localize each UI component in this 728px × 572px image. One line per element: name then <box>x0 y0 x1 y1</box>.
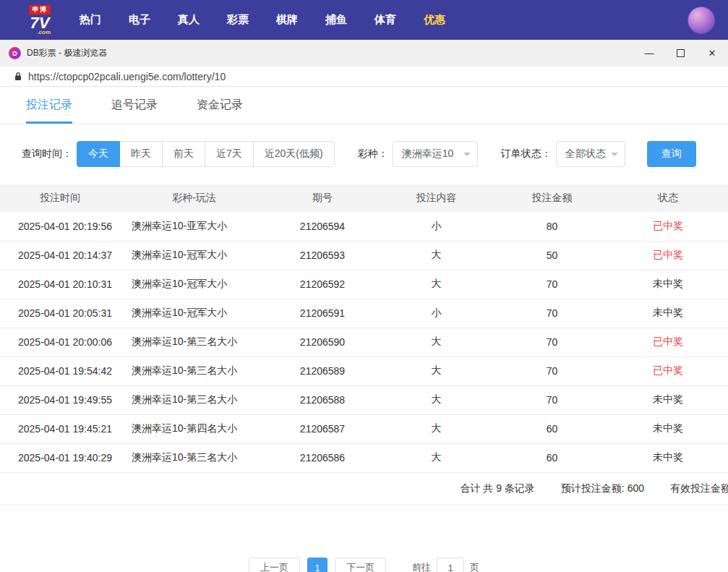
table-row: 2025-04-01 19:49:55澳洲幸运10-第三名大小21206588大… <box>0 385 728 414</box>
nav-item[interactable]: 优惠 <box>424 13 445 27</box>
minimize-button[interactable]: — <box>643 48 655 58</box>
column-header: 彩种-玩法 <box>120 184 268 212</box>
nav-item[interactable]: 热门 <box>80 13 101 27</box>
cell-issue: 21206594 <box>268 212 377 241</box>
cell-time: 2025-04-01 20:19:56 <box>0 212 120 241</box>
cell-status: 未中奖 <box>608 443 728 472</box>
site-logo[interactable]: 申博 7V .com <box>29 5 51 35</box>
cell-issue: 21206590 <box>268 328 377 357</box>
column-header: 投注内容 <box>377 184 496 212</box>
table-row: 2025-04-01 20:05:31澳洲幸运10-冠军大小21206591小7… <box>0 299 728 328</box>
cell-content: 大 <box>377 241 496 270</box>
cell-amount: 70 <box>496 270 608 299</box>
tab-fund-records[interactable]: 资金记录 <box>197 87 243 124</box>
status-select[interactable]: 全部状态 <box>556 141 625 167</box>
cell-status: 未中奖 <box>608 299 728 328</box>
cell-time: 2025-04-01 19:40:29 <box>0 443 120 472</box>
time-filter-option[interactable]: 近7天 <box>205 141 254 167</box>
cell-status: 已中奖 <box>608 241 728 270</box>
cell-issue: 21206593 <box>268 241 377 270</box>
bet-table-header-row: 投注时间彩种-玩法期号投注内容投注金额状态 <box>0 184 728 212</box>
lottery-select[interactable]: 澳洲幸运10 <box>393 141 478 167</box>
site-top-nav: 申博 7V .com 热门电子真人彩票棋牌捕鱼体育优惠 <box>0 0 728 40</box>
cell-game: 澳洲幸运10-亚军大小 <box>120 212 268 241</box>
search-button[interactable]: 查询 <box>647 141 696 167</box>
column-header: 状态 <box>608 184 728 212</box>
logo-badge: 申博 <box>29 5 51 14</box>
lock-icon <box>14 72 22 81</box>
cell-game: 澳洲幸运10-第四名大小 <box>120 414 268 443</box>
nav-item[interactable]: 棋牌 <box>276 13 298 27</box>
user-avatar[interactable] <box>688 7 715 34</box>
table-row: 2025-04-01 20:10:31澳洲幸运10-冠军大小21206592大7… <box>0 270 728 299</box>
cell-amount: 60 <box>496 443 608 472</box>
cell-amount: 70 <box>496 299 608 328</box>
url-field[interactable]: https://ctopcp02pcali.uengi5e.com/lotter… <box>28 71 226 82</box>
time-filter-option[interactable]: 昨天 <box>119 141 163 167</box>
column-header: 投注时间 <box>0 184 120 212</box>
bet-table: 投注时间彩种-玩法期号投注内容投注金额状态 2025-04-01 20:19:5… <box>0 184 728 473</box>
status-select-value: 全部状态 <box>565 148 606 161</box>
prev-page-button[interactable]: 上一页 <box>249 558 300 572</box>
bet-table-body: 2025-04-01 20:19:56澳洲幸运10-亚军大小21206594小8… <box>0 212 728 472</box>
cell-content: 小 <box>377 212 496 241</box>
nav-item[interactable]: 体育 <box>374 13 396 27</box>
nav-item[interactable]: 彩票 <box>227 13 249 27</box>
cell-status: 已中奖 <box>608 357 728 385</box>
cell-time: 2025-04-01 20:10:31 <box>0 270 120 299</box>
cell-status: 已中奖 <box>608 328 728 357</box>
cell-content: 大 <box>377 357 496 385</box>
browser-favicon-icon: D <box>9 47 21 59</box>
goto-page-input[interactable] <box>437 558 464 572</box>
page-number-current[interactable]: 1 <box>307 558 327 572</box>
next-page-button[interactable]: 下一页 <box>335 558 386 572</box>
chevron-down-icon <box>611 153 618 156</box>
nav-item[interactable]: 电子 <box>129 13 150 27</box>
cell-amount: 50 <box>496 241 608 270</box>
column-header: 期号 <box>268 184 377 212</box>
table-row: 2025-04-01 19:40:29澳洲幸运10-第三名大小21206586大… <box>0 443 728 472</box>
summary-expected-amount: 预计投注金额: 600 <box>561 482 644 495</box>
time-filter-option[interactable]: 近20天(低频) <box>253 141 335 167</box>
nav-item[interactable]: 真人 <box>178 13 200 27</box>
time-filter-label: 查询时间： <box>22 148 72 161</box>
cell-game: 澳洲幸运10-冠军大小 <box>120 270 268 299</box>
nav-item[interactable]: 捕鱼 <box>325 13 347 27</box>
summary-valid-amount: 有效投注金额 <box>670 482 728 495</box>
cell-status: 未中奖 <box>608 385 728 414</box>
cell-game: 澳洲幸运10-第三名大小 <box>120 357 268 385</box>
table-row: 2025-04-01 20:19:56澳洲幸运10-亚军大小21206594小8… <box>0 212 728 241</box>
cell-issue: 21206591 <box>268 299 377 328</box>
address-bar: https://ctopcp02pcali.uengi5e.com/lotter… <box>0 67 728 87</box>
time-filter-group: 今天昨天前天近7天近20天(低频) <box>77 141 335 167</box>
table-row: 2025-04-01 20:14:37澳洲幸运10-冠军大小21206593大5… <box>0 241 728 270</box>
column-header: 投注金额 <box>496 184 608 212</box>
table-row: 2025-04-01 20:00:06澳洲幸运10-第三名大小21206590大… <box>0 328 728 357</box>
cell-game: 澳洲幸运10-冠军大小 <box>120 299 268 328</box>
goto-page-suffix: 页 <box>470 561 479 572</box>
tab-bet-records[interactable]: 投注记录 <box>26 87 72 124</box>
cell-time: 2025-04-01 20:05:31 <box>0 299 120 328</box>
tab-chase-records[interactable]: 追号记录 <box>111 87 158 124</box>
cell-game: 澳洲幸运10-冠军大小 <box>120 241 268 270</box>
cell-status: 未中奖 <box>608 414 728 443</box>
time-filter-option[interactable]: 今天 <box>77 141 120 167</box>
cell-issue: 21206587 <box>268 414 377 443</box>
cell-amount: 70 <box>496 328 608 357</box>
cell-content: 大 <box>377 270 496 299</box>
cell-content: 大 <box>377 328 496 357</box>
cell-content: 大 <box>377 414 496 443</box>
close-button[interactable]: ✕ <box>706 48 718 58</box>
time-filter-option[interactable]: 前天 <box>162 141 205 167</box>
cell-amount: 70 <box>496 385 608 414</box>
goto-label: 前往 <box>412 561 431 572</box>
chevron-down-icon <box>463 153 471 156</box>
maximize-button[interactable] <box>677 49 685 57</box>
main-nav: 热门电子真人彩票棋牌捕鱼体育优惠 <box>80 13 688 27</box>
logo-suffix: .com <box>37 30 51 35</box>
cell-status: 已中奖 <box>608 212 728 241</box>
summary-total: 合计 共 9 条记录 <box>460 482 534 495</box>
record-tabs: 投注记录 追号记录 资金记录 <box>0 87 728 124</box>
pagination: 上一页 1 下一页 前往 页 <box>0 558 728 572</box>
cell-game: 澳洲幸运10-第三名大小 <box>120 328 268 357</box>
